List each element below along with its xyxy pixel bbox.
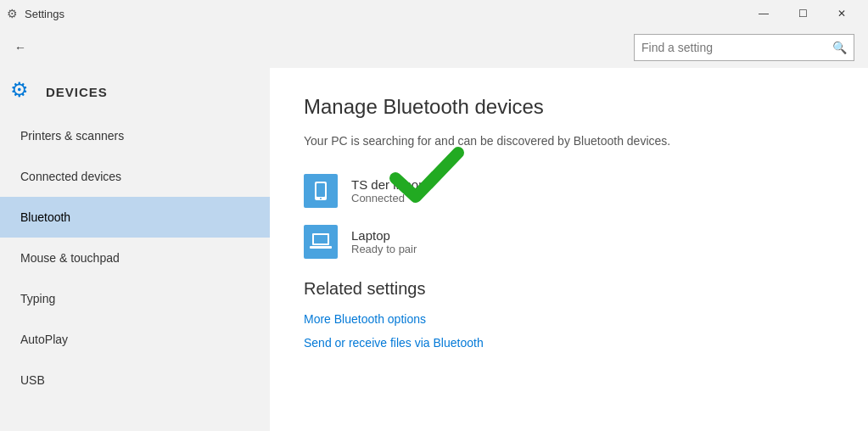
- devices-list: TS der iPhone Connected: [304, 174, 834, 259]
- device-icon-iphone: [304, 174, 338, 208]
- laptop-name: Laptop: [351, 228, 417, 243]
- search-icon: 🔍: [832, 41, 847, 54]
- app-body: ⚙ DEVICES Printers & scannersConnected d…: [0, 68, 868, 431]
- svg-rect-4: [314, 235, 328, 243]
- header-row: ← 🔍: [0, 27, 868, 68]
- sidebar-top: ⚙ DEVICES: [0, 68, 270, 115]
- sidebar-item-printers[interactable]: Printers & scanners: [0, 115, 270, 156]
- maximize-button[interactable]: ☐: [783, 0, 822, 27]
- connected-checkmark: [389, 144, 465, 216]
- sidebar: ⚙ DEVICES Printers & scannersConnected d…: [0, 68, 270, 431]
- sidebar-item-autoplay[interactable]: AutoPlay: [0, 319, 270, 360]
- device-item-iphone[interactable]: TS der iPhone Connected: [304, 174, 834, 208]
- page-title: Manage Bluetooth devices: [304, 95, 834, 119]
- back-button[interactable]: ←: [0, 27, 41, 68]
- search-input[interactable]: [641, 41, 832, 54]
- titlebar-left: ⚙ Settings: [7, 7, 64, 20]
- window-controls: — ☐ ✕: [744, 0, 861, 27]
- send-receive-link[interactable]: Send or receive files via Bluetooth: [304, 336, 834, 350]
- sidebar-item-mouse[interactable]: Mouse & touchpad: [0, 238, 270, 278]
- sidebar-item-usb[interactable]: USB: [0, 360, 270, 400]
- main-content: Manage Bluetooth devices Your PC is sear…: [270, 68, 868, 431]
- sidebar-item-bluetooth[interactable]: Bluetooth: [0, 197, 270, 238]
- sidebar-app-title: DEVICES: [46, 85, 108, 99]
- devices-gear-icon: ⚙: [10, 78, 37, 105]
- phone-icon: [311, 181, 331, 201]
- minimize-button[interactable]: —: [744, 0, 783, 27]
- search-box: 🔍: [634, 34, 854, 61]
- sidebar-nav: Printers & scannersConnected devicesBlue…: [0, 115, 270, 400]
- titlebar: ⚙ Settings — ☐ ✕: [0, 0, 868, 27]
- device-item-laptop[interactable]: Laptop Ready to pair: [304, 225, 834, 259]
- sidebar-item-connected[interactable]: Connected devices: [0, 156, 270, 197]
- laptop-info: Laptop Ready to pair: [351, 228, 417, 255]
- more-bluetooth-link[interactable]: More Bluetooth options: [304, 312, 834, 326]
- page-subtitle: Your PC is searching for and can be disc…: [304, 132, 834, 150]
- sidebar-item-typing[interactable]: Typing: [0, 278, 270, 319]
- device-icon-laptop: [304, 225, 338, 259]
- settings-icon: ⚙: [7, 7, 18, 20]
- svg-rect-5: [310, 246, 332, 249]
- close-button[interactable]: ✕: [822, 0, 861, 27]
- header-left: ←: [0, 27, 41, 68]
- laptop-icon: [309, 232, 333, 252]
- svg-rect-1: [316, 183, 325, 197]
- svg-point-2: [320, 198, 322, 199]
- titlebar-title: Settings: [25, 8, 64, 20]
- laptop-status: Ready to pair: [351, 243, 417, 255]
- related-settings-title: Related settings: [304, 279, 834, 299]
